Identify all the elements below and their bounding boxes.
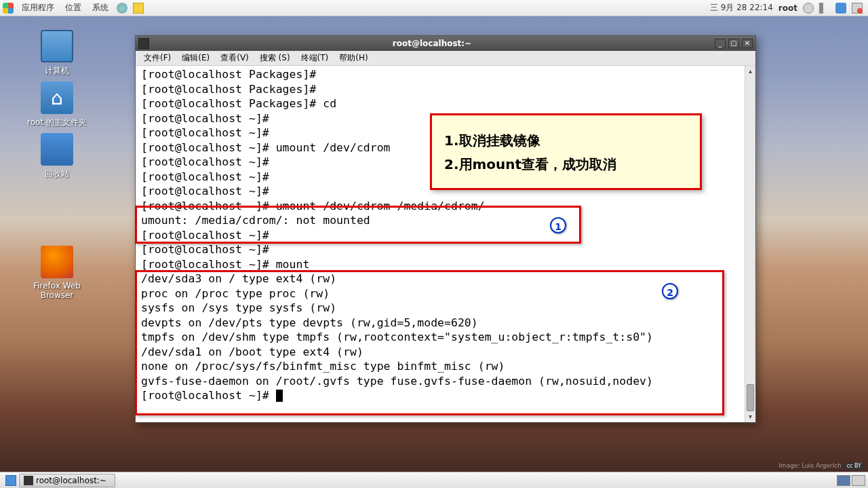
workspace-1[interactable] (837, 475, 850, 486)
desktop-icon-label: Firefox Web Browser (16, 281, 98, 300)
show-desktop-button[interactable] (5, 475, 16, 486)
terminal-menubar: 文件(F) 编辑(E) 查看(V) 搜索 (S) 终端(T) 帮助(H) (136, 51, 755, 66)
workspace-2[interactable] (852, 475, 865, 486)
terminal-window: root@localhost:~ _ ▢ ✕ 文件(F) 编辑(E) 查看(V)… (135, 35, 756, 423)
bottom-panel: root@localhost:~ (0, 472, 868, 488)
bluetooth-icon[interactable] (835, 3, 846, 14)
terminal-icon (24, 476, 33, 485)
desktop-icon-label: root 的主文件夹 (16, 117, 98, 128)
menu-file[interactable]: 文件(F) (140, 51, 175, 65)
distro-icon[interactable] (3, 3, 14, 14)
annotation-note: 1.取消挂载镜像 2.用mount查看，成功取消 (430, 113, 702, 190)
close-button[interactable]: ✕ (742, 39, 753, 48)
update-icon[interactable] (803, 3, 814, 14)
globe-icon[interactable] (117, 3, 127, 14)
menu-terminal[interactable]: 终端(T) (297, 51, 333, 65)
workspace-switcher[interactable] (837, 475, 865, 486)
menu-search[interactable]: 搜索 (S) (256, 51, 294, 65)
notes-icon[interactable] (133, 3, 144, 14)
taskbar-terminal[interactable]: root@localhost:~ (19, 474, 115, 487)
window-titlebar[interactable]: root@localhost:~ _ ▢ ✕ (136, 36, 755, 51)
annotation-line-1: 1.取消挂载镜像 (444, 132, 688, 150)
window-title: root@localhost:~ (149, 39, 715, 48)
scrollbar[interactable]: ▴ ▾ (745, 66, 755, 422)
desktop-computer-icon[interactable]: 计算机 (16, 30, 98, 77)
network-icon[interactable] (852, 3, 863, 14)
scroll-up-arrow[interactable]: ▴ (745, 66, 755, 77)
annotation-line-2: 2.用mount查看，成功取消 (444, 155, 688, 174)
clock[interactable]: 三 9月 28 22:14 (710, 2, 773, 14)
scroll-down-arrow[interactable]: ▾ (745, 411, 755, 422)
menu-applications[interactable]: 应用程序 (19, 1, 57, 15)
wallpaper-attribution: Image: Luis Argerichcc BY (778, 462, 864, 469)
menu-help[interactable]: 帮助(H) (335, 51, 372, 65)
minimize-button[interactable]: _ (715, 39, 726, 48)
desktop-trash-icon[interactable]: 回收站 (16, 133, 98, 180)
top-panel: 应用程序 位置 系统 三 9月 28 22:14 root (0, 0, 868, 16)
menu-places[interactable]: 位置 (62, 1, 84, 15)
desktop-icon-label: 计算机 (16, 65, 98, 77)
annotation-number-2: 2 (662, 283, 678, 299)
taskbar-item-label: root@localhost:~ (36, 476, 106, 485)
annotation-number-1: 1 (550, 217, 566, 233)
volume-icon[interactable] (819, 3, 830, 14)
desktop-icon-label: 回收站 (16, 168, 98, 180)
window-icon (138, 38, 149, 49)
user-menu[interactable]: root (778, 3, 797, 13)
desktop-firefox-icon[interactable]: Firefox Web Browser (16, 246, 98, 300)
menu-system[interactable]: 系统 (90, 1, 111, 15)
maximize-button[interactable]: ▢ (728, 39, 739, 48)
scrollbar-thumb[interactable] (747, 384, 754, 411)
desktop-home-icon[interactable]: root 的主文件夹 (16, 81, 98, 128)
menu-edit[interactable]: 编辑(E) (178, 51, 214, 65)
menu-view[interactable]: 查看(V) (216, 51, 253, 65)
